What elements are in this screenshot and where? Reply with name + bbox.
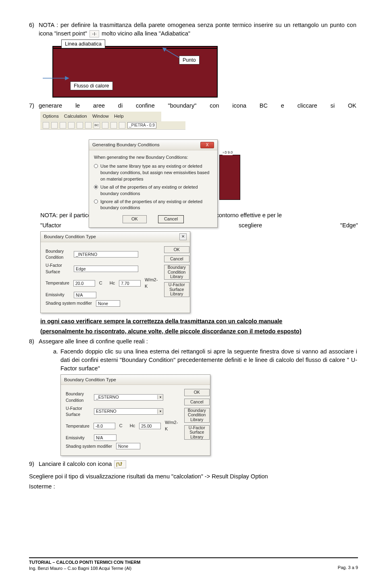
temp-field[interactable]: 20.0 xyxy=(73,280,95,287)
hc-label: Hc xyxy=(130,423,135,429)
step6-text-after: molto vicino alla linea "Adiabatica" xyxy=(102,30,190,37)
ok-button[interactable]: OK xyxy=(123,215,147,223)
radio-option-1[interactable] xyxy=(94,164,98,168)
toolbar-material-combo[interactable]: _PIETRA - 0.9 xyxy=(127,122,156,129)
side-wall-label: =3 9.0 xyxy=(223,150,233,155)
step6-text: NOTA : per definire la trasmittanza dell… xyxy=(39,22,356,37)
radio-label-2: Use all of the properties of any existin… xyxy=(100,184,212,197)
toolbar-btn[interactable] xyxy=(77,122,83,129)
menu-options[interactable]: Options xyxy=(43,114,59,118)
cancel-button[interactable]: Cancel xyxy=(164,256,189,262)
em-field[interactable]: N/A xyxy=(94,434,117,441)
toolbar-btn[interactable] xyxy=(60,122,66,129)
toolbar-btn[interactable] xyxy=(102,122,108,129)
bct-dialog-esterno: Boundary Condition Type Boundary Conditi… xyxy=(60,374,210,456)
cancel-button[interactable]: Cancel xyxy=(184,399,210,405)
temp-unit: C xyxy=(99,280,102,287)
toolbar-btn[interactable] xyxy=(51,122,58,129)
em-label: Emissivity xyxy=(46,292,70,298)
uf-combo[interactable]: ESTERNO▾ xyxy=(94,408,163,415)
temp-field[interactable]: -8.0 xyxy=(94,423,115,429)
arrow-flusso xyxy=(42,73,71,83)
toolbar-btn[interactable] xyxy=(68,122,75,129)
hc-field[interactable]: 7.70 xyxy=(119,280,141,287)
svg-marker-1 xyxy=(163,48,166,51)
generating-bc-block: Generating Boundary Conditions X When ge… xyxy=(40,133,358,209)
therm-menubar[interactable]: Options Calculation Window Help xyxy=(40,112,161,121)
temp-label: Temperature xyxy=(46,280,69,286)
tail-line-1: Scegliere poi il tipo di visualizzazione… xyxy=(29,473,268,480)
side-wall-strip xyxy=(219,155,240,200)
em-label: Emissivity xyxy=(66,435,90,441)
em-field[interactable]: N/A xyxy=(74,292,96,298)
toolbar-btn[interactable] xyxy=(110,122,117,129)
label-linea-adiabatica: Linea adiabatica xyxy=(61,39,105,48)
calc-icon xyxy=(114,460,126,468)
note7-scegliere: scegliere xyxy=(239,221,262,230)
temp-label: Temperature xyxy=(66,423,89,429)
bc-combo[interactable]: _ESTERNO▾ xyxy=(94,394,163,401)
bc-label: Boundary Condition xyxy=(46,248,70,260)
menu-window[interactable]: Window xyxy=(92,114,109,118)
bc-library-button[interactable]: Boundary Condition Library xyxy=(164,265,189,280)
step6-body: NOTA : per definire la trasmittanza dell… xyxy=(39,21,356,38)
uf-library-button[interactable]: U-Factor Surface Library xyxy=(164,282,189,297)
svg-marker-3 xyxy=(65,77,69,80)
bc-field[interactable]: _INTERNO xyxy=(74,251,138,258)
sh-field[interactable]: None xyxy=(96,300,120,307)
emphasis-line-1: in ogni caso verificare sempre la corret… xyxy=(40,318,282,324)
hc-label: Hc xyxy=(110,280,115,287)
footer-author: Ing. Benzi Mauro – C.so Bagni 108 Acqui … xyxy=(29,565,140,571)
uf-library-button[interactable]: U-Factor Surface Library xyxy=(184,425,210,440)
close-small-icon[interactable]: ✕ xyxy=(179,233,187,240)
hc-field[interactable]: 25.00 xyxy=(139,423,161,429)
label-punto: Punto xyxy=(179,56,200,64)
dialog-title: Generating Boundary Conditions xyxy=(92,141,160,148)
bc-library-button[interactable]: Boundary Condition Library xyxy=(184,408,210,423)
svg-marker-4 xyxy=(120,462,123,463)
dialog-title: Boundary Condition Type xyxy=(64,376,116,383)
generating-bc-dialog: Generating Boundary Conditions X When ge… xyxy=(89,139,218,228)
note7-edge: "Edge" xyxy=(340,221,358,230)
cancel-button[interactable]: Cancel xyxy=(158,215,184,223)
step-number-7: 7) xyxy=(29,102,39,110)
chevron-down-icon[interactable]: ▾ xyxy=(157,395,163,400)
hc-unit: W/m2-K xyxy=(145,277,160,290)
uf-combo-value: ESTERNO xyxy=(94,408,157,414)
uf-label: U-Factor Surface xyxy=(66,405,90,418)
step8a-letter: a. xyxy=(53,347,60,356)
uf-label: U-Factor Surface xyxy=(46,262,70,274)
toolbar-btn[interactable] xyxy=(85,122,92,129)
toolbar-btn[interactable] xyxy=(119,122,125,129)
therm-toolbar[interactable]: BC _PIETRA - 0.9 xyxy=(40,121,185,130)
emphasis-line-2: (personalmente ho riscontrato, alcune vo… xyxy=(40,328,302,335)
step7-body: generare le aree di confine "boundary" c… xyxy=(39,102,356,110)
label-flusso: Flusso di calore xyxy=(70,81,113,90)
radio-option-2[interactable] xyxy=(94,185,98,189)
radio-option-3[interactable] xyxy=(94,199,98,204)
bc-label: Boundary Condition xyxy=(66,391,90,403)
uf-field[interactable]: Edge xyxy=(74,266,138,272)
bct-dialog-interno: Boundary Condition Type ✕ Boundary Condi… xyxy=(40,231,190,313)
menu-help[interactable]: Help xyxy=(114,114,124,118)
wall-diagram: Linea adiabatica Punto Flusso di calore xyxy=(42,39,225,99)
page-footer: TUTORIAL – CALCOLO PONTI TERMICI CON THE… xyxy=(29,557,358,571)
temp-unit: C xyxy=(119,423,123,429)
toolbar-btn[interactable] xyxy=(43,122,49,129)
step9-line: Lanciare il calcolo con icona xyxy=(39,461,112,467)
menu-calculation[interactable]: Calculation xyxy=(64,114,87,118)
hc-unit: W/m2-K xyxy=(165,420,180,432)
radio-label-1: Use the same library type as any existin… xyxy=(100,163,212,183)
chevron-down-icon[interactable]: ▾ xyxy=(157,409,163,414)
sh-label: Shading system modifier xyxy=(46,300,92,306)
bc-combo-value: _ESTERNO xyxy=(94,394,157,400)
ok-button[interactable]: OK xyxy=(184,389,210,396)
gen-intro: When generating the new Boundary Conditi… xyxy=(94,154,212,161)
close-icon[interactable]: X xyxy=(200,142,214,148)
toolbar-btn-bc[interactable]: BC xyxy=(94,122,100,129)
step8a-text: Facendo doppio clic su una linea esterna… xyxy=(60,347,357,373)
ok-button[interactable]: OK xyxy=(164,246,189,253)
sh-field[interactable]: None xyxy=(116,443,140,449)
tail-line-2: Isoterme : xyxy=(29,483,55,490)
sh-label: Shading system modifier xyxy=(66,443,112,449)
